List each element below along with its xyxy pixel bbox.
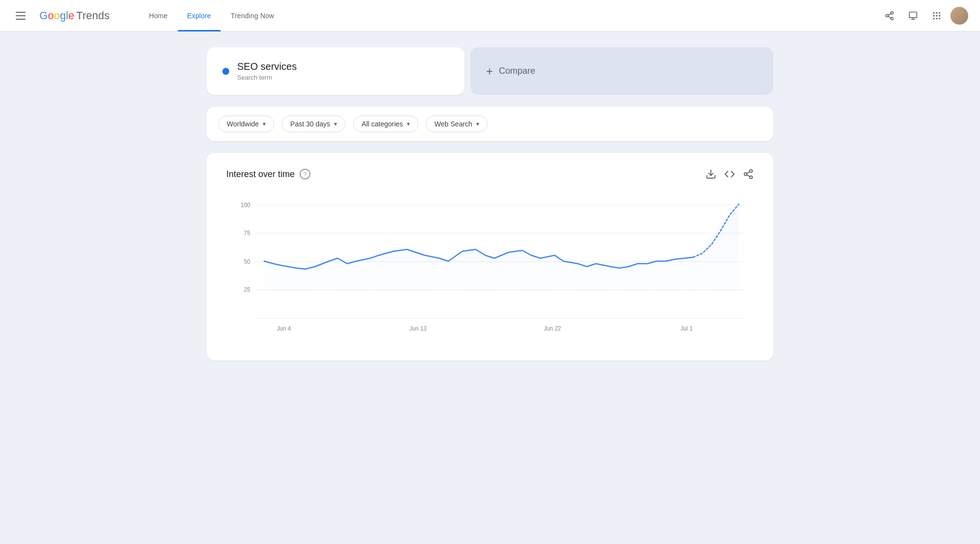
x-label-jun4: Jun 4 (277, 325, 291, 332)
feedback-button[interactable] (903, 6, 923, 26)
chart-header: Interest over time ? (226, 169, 754, 180)
svg-point-13 (939, 15, 940, 16)
trends-wordmark: Trends (76, 9, 110, 22)
svg-point-14 (933, 18, 935, 19)
interest-over-time-card: Interest over time ? (207, 153, 773, 361)
compare-plus-icon: + (486, 64, 493, 78)
main-content: SEO services Search term + Compare World… (195, 31, 785, 376)
y-label-50: 50 (244, 258, 250, 265)
header-right (880, 6, 968, 26)
y-label-100: 100 (241, 202, 250, 209)
download-chart-button[interactable] (705, 169, 716, 180)
time-filter-button[interactable]: Past 30 days ▾ (282, 116, 345, 132)
region-filter-label: Worldwide (227, 120, 259, 128)
share-button[interactable] (880, 6, 899, 26)
apps-button[interactable] (927, 6, 947, 26)
svg-line-3 (888, 16, 891, 18)
x-label-jul1: Jul 1 (680, 325, 693, 332)
region-chevron-icon: ▾ (263, 121, 266, 127)
search-type-chevron-icon: ▾ (476, 121, 479, 127)
y-label-25: 25 (244, 286, 250, 293)
time-filter-label: Past 30 days (290, 120, 330, 128)
svg-line-21 (747, 175, 750, 177)
compare-label: Compare (499, 66, 535, 76)
search-dot-indicator (222, 68, 229, 75)
svg-point-15 (936, 18, 937, 19)
chart-container: 100 75 50 25 Jun 4 Jun 13 Jun 22 Jul 1 (226, 195, 754, 345)
svg-point-9 (936, 12, 937, 13)
chart-title-area: Interest over time ? (226, 169, 310, 180)
region-filter-button[interactable]: Worldwide ▾ (218, 116, 274, 132)
svg-point-10 (939, 12, 940, 13)
search-type-filter-button[interactable]: Web Search ▾ (426, 116, 488, 132)
search-term-card: SEO services Search term (207, 47, 464, 95)
chart-title: Interest over time (226, 169, 295, 180)
category-filter-label: All categories (362, 120, 403, 128)
svg-point-12 (936, 15, 937, 16)
filters-row: Worldwide ▾ Past 30 days ▾ All categorie… (207, 107, 773, 141)
nav-trending-now[interactable]: Trending Now (221, 0, 284, 31)
svg-point-11 (933, 15, 935, 16)
svg-line-22 (747, 172, 750, 174)
main-nav: Home Explore Trending Now (139, 0, 284, 31)
search-term-name[interactable]: SEO services (237, 61, 297, 72)
category-filter-button[interactable]: All categories ▾ (353, 116, 418, 132)
svg-rect-5 (910, 12, 917, 18)
interest-chart-svg: 100 75 50 25 Jun 4 Jun 13 Jun 22 Jul 1 (226, 195, 754, 343)
hamburger-menu-button[interactable] (12, 8, 30, 24)
header: Google Trends Home Explore Trending Now (0, 0, 980, 31)
time-chevron-icon: ▾ (334, 121, 337, 127)
nav-home[interactable]: Home (139, 0, 178, 31)
interest-area-fill (264, 204, 739, 318)
share-chart-button[interactable] (743, 169, 754, 180)
svg-point-16 (939, 18, 940, 19)
chart-actions (705, 169, 754, 180)
category-chevron-icon: ▾ (407, 121, 410, 127)
compare-card[interactable]: + Compare (470, 47, 773, 95)
google-trends-logo[interactable]: Google Trends (39, 9, 110, 22)
search-comparison-area: SEO services Search term + Compare (207, 47, 773, 95)
search-term-type: Search term (237, 74, 297, 81)
svg-point-8 (933, 12, 935, 13)
nav-explore[interactable]: Explore (178, 0, 221, 31)
search-term-info: SEO services Search term (237, 61, 297, 81)
search-type-filter-label: Web Search (434, 120, 472, 128)
embed-chart-button[interactable] (724, 169, 735, 180)
y-label-75: 75 (244, 230, 250, 237)
user-avatar[interactable] (950, 7, 968, 25)
avatar-image (950, 7, 968, 25)
help-icon[interactable]: ? (300, 169, 310, 180)
x-label-jun22: Jun 22 (544, 325, 561, 332)
header-left: Google Trends Home Explore Trending Now (12, 0, 284, 31)
google-wordmark: Google (39, 9, 74, 22)
x-label-jun13: Jun 13 (409, 325, 427, 332)
svg-line-4 (888, 13, 891, 15)
